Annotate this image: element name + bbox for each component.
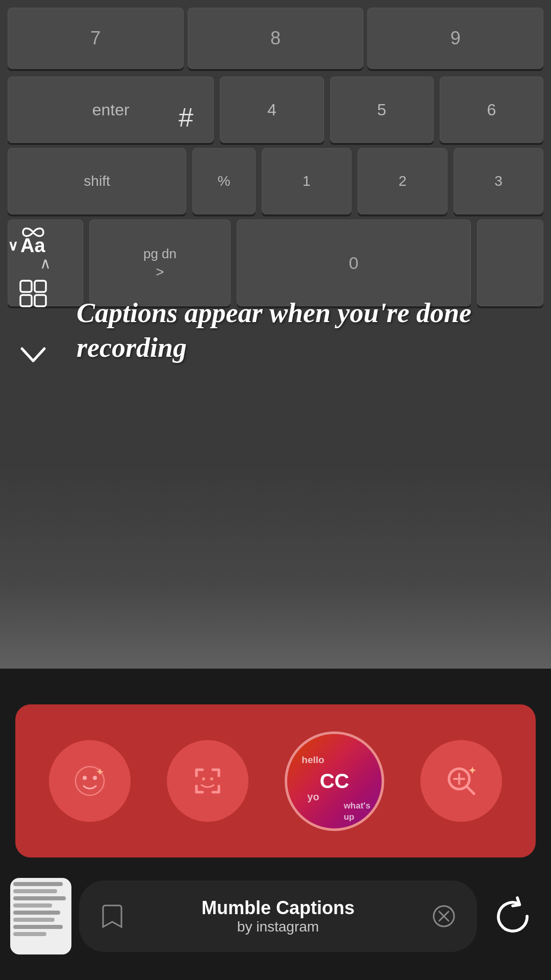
thumbnail-content xyxy=(13,882,68,936)
bookmark-button[interactable] xyxy=(97,901,128,932)
search-add-sticker-button[interactable] xyxy=(420,740,502,822)
pill-center-text: Mumble Captions by instagram xyxy=(128,897,429,935)
key-1[interactable]: 1 xyxy=(262,148,352,214)
infinity-icon xyxy=(18,217,48,248)
svg-point-8 xyxy=(202,777,205,780)
key-partial[interactable] xyxy=(477,219,543,306)
infinity-icon-button[interactable] xyxy=(15,214,51,250)
thumbnail[interactable] xyxy=(10,878,71,954)
grid-icon xyxy=(18,278,48,309)
refresh-icon xyxy=(490,893,536,939)
key-percent[interactable]: % xyxy=(192,148,256,214)
center-pill: Mumble Captions by instagram xyxy=(79,880,477,952)
key-8[interactable]: 8 xyxy=(188,8,364,69)
keyboard-gradient-overlay xyxy=(0,464,551,669)
svg-rect-3 xyxy=(35,295,46,306)
search-plus-icon xyxy=(438,758,484,804)
key-4[interactable]: 4 xyxy=(220,77,323,143)
close-button[interactable] xyxy=(429,901,459,932)
sticker-panel: yo what's up hello CC xyxy=(15,704,536,857)
svg-point-4 xyxy=(73,765,106,797)
key-0[interactable]: 0 xyxy=(237,219,471,306)
svg-rect-0 xyxy=(20,281,32,292)
svg-line-11 xyxy=(467,787,474,794)
bottom-bar: Mumble Captions by instagram xyxy=(0,868,551,965)
refresh-button[interactable] xyxy=(485,888,541,944)
key-6[interactable]: 6 xyxy=(440,77,543,143)
key-5[interactable]: 5 xyxy=(330,77,434,143)
left-toolbar xyxy=(15,214,51,373)
close-icon xyxy=(431,903,457,929)
scan-icon xyxy=(185,758,231,804)
chevron-down-icon xyxy=(18,339,48,370)
key-3[interactable]: 3 xyxy=(454,148,543,214)
key-2[interactable]: 2 xyxy=(358,148,447,214)
hash-symbol: # xyxy=(179,102,193,133)
svg-point-9 xyxy=(210,777,213,780)
svg-point-6 xyxy=(83,776,87,780)
pill-title: Mumble Captions xyxy=(128,897,429,919)
key-pgdn[interactable]: pg dn > xyxy=(89,219,230,306)
cc-inner-gradient: yo what's up hello CC xyxy=(287,734,382,828)
emoji-sticker-button[interactable] xyxy=(49,740,131,822)
emoji-icon xyxy=(67,758,113,804)
bookmark-icon xyxy=(99,903,125,929)
caption-overlay-text: Captions appear when you're done recordi… xyxy=(77,296,536,365)
pill-subtitle: by instagram xyxy=(128,919,429,935)
cc-label: CC xyxy=(320,770,349,793)
cc-sticker-button[interactable]: yo what's up hello CC xyxy=(285,731,384,831)
svg-rect-2 xyxy=(20,295,32,306)
chevron-down-icon-button[interactable] xyxy=(15,337,51,373)
grid-icon-button[interactable] xyxy=(15,276,51,311)
key-7[interactable]: 7 xyxy=(8,8,184,69)
key-9[interactable]: 9 xyxy=(367,8,543,69)
key-shift[interactable]: shift xyxy=(8,148,186,214)
svg-point-7 xyxy=(93,776,97,780)
scan-sticker-button[interactable] xyxy=(167,740,248,822)
svg-rect-1 xyxy=(35,281,46,292)
